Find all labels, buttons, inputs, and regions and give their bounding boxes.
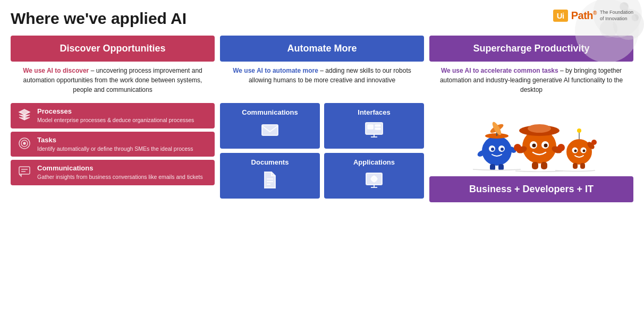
communications-card-title: Communications xyxy=(224,108,316,116)
header: Where we've applied AI Ui Path® The Foun… xyxy=(11,10,633,27)
logo-area: Ui Path® The Foundationof Innovation xyxy=(553,10,633,22)
logo-tagline: The Foundationof Innovation xyxy=(600,10,633,22)
supercharge-highlight: We use AI to accelerate common tasks xyxy=(441,67,558,74)
svg-rect-55 xyxy=(541,162,547,169)
tasks-content: Tasks Identify automatically or define t… xyxy=(37,136,209,153)
documents-card-title: Documents xyxy=(224,158,316,166)
uipath-logo: Ui Path® The Foundationof Innovation xyxy=(553,10,633,22)
interfaces-card-title: Interfaces xyxy=(328,108,420,116)
automate-column: Automate More We use AI to automate more… xyxy=(220,36,424,202)
logo-badge: Ui xyxy=(553,10,568,22)
main-grid: Discover Opportunities We use AI to disc… xyxy=(11,36,633,202)
tasks-title: Tasks xyxy=(37,136,209,144)
svg-rect-41 xyxy=(490,164,495,170)
automate-desc: We use AI to automate more – adding new … xyxy=(220,66,424,98)
page-title: Where we've applied AI xyxy=(11,10,187,27)
applications-card: Applications xyxy=(324,153,424,199)
document-icon xyxy=(224,170,316,193)
tasks-desc: Identify automatically or define through… xyxy=(37,145,209,153)
list-item: Processes Model enterprise processes & d… xyxy=(11,103,215,128)
interfaces-card: Interfaces xyxy=(324,103,424,149)
applications-card-title: Applications xyxy=(328,158,420,166)
robot-illustration xyxy=(429,103,633,172)
applications-icon xyxy=(328,170,420,193)
discover-header: Discover Opportunities xyxy=(11,36,215,62)
list-item: Tasks Identify automatically or define t… xyxy=(11,132,215,157)
documents-card: Documents xyxy=(220,153,320,199)
communications-title: Communications xyxy=(37,164,209,172)
svg-point-53 xyxy=(557,144,565,151)
cube-icon xyxy=(17,108,32,124)
discover-items: Processes Model enterprise processes & d… xyxy=(11,103,215,185)
processes-title: Processes xyxy=(37,107,209,115)
svg-rect-66 xyxy=(580,163,585,169)
supercharge-desc: We use AI to accelerate common tasks – b… xyxy=(429,66,633,98)
svg-point-62 xyxy=(583,150,586,152)
svg-rect-17 xyxy=(375,125,380,126)
robots-svg xyxy=(457,103,606,172)
chat-icon xyxy=(17,165,32,181)
processes-desc: Model enterprise processes & deduce orga… xyxy=(37,116,209,124)
svg-point-61 xyxy=(574,150,577,152)
svg-rect-54 xyxy=(532,162,538,169)
processes-content: Processes Model enterprise processes & d… xyxy=(37,107,209,124)
list-item: Communications Gather insights from busi… xyxy=(11,160,215,185)
svg-point-34 xyxy=(501,148,504,151)
communications-content: Communications Gather insights from busi… xyxy=(37,164,209,181)
svg-rect-12 xyxy=(262,125,278,135)
svg-rect-18 xyxy=(375,128,380,130)
svg-point-8 xyxy=(23,142,26,144)
automate-highlight: We use AI to automate more xyxy=(233,67,318,74)
svg-point-23 xyxy=(371,176,377,182)
svg-point-48 xyxy=(532,144,536,148)
discover-desc: We use AI to discover – uncovering proce… xyxy=(11,66,215,98)
envelope-icon xyxy=(224,121,316,143)
svg-point-30 xyxy=(482,136,512,166)
svg-rect-9 xyxy=(19,167,30,174)
discover-column: Discover Opportunities We use AI to disc… xyxy=(11,36,215,202)
svg-point-49 xyxy=(544,144,548,148)
business-badge: Business + Developers + IT xyxy=(429,176,633,202)
monitor-icon xyxy=(328,121,420,143)
communications-card: Communications xyxy=(220,103,320,149)
discover-highlight: We use AI to discover xyxy=(23,67,89,74)
svg-rect-42 xyxy=(498,164,504,170)
svg-point-45 xyxy=(528,124,551,133)
svg-point-33 xyxy=(491,148,494,151)
page: Where we've applied AI Ui Path® The Foun… xyxy=(0,0,644,309)
target-icon xyxy=(17,137,32,152)
logo-name: Path® xyxy=(571,10,597,22)
svg-rect-65 xyxy=(573,163,578,169)
automate-cards: Communications Interfaces xyxy=(220,103,424,199)
automate-header: Automate More xyxy=(220,36,424,62)
communications-desc: Gather insights from business conversati… xyxy=(37,173,209,181)
svg-point-52 xyxy=(514,144,521,151)
svg-point-58 xyxy=(577,128,581,133)
svg-point-64 xyxy=(591,140,597,145)
svg-rect-16 xyxy=(368,125,373,129)
